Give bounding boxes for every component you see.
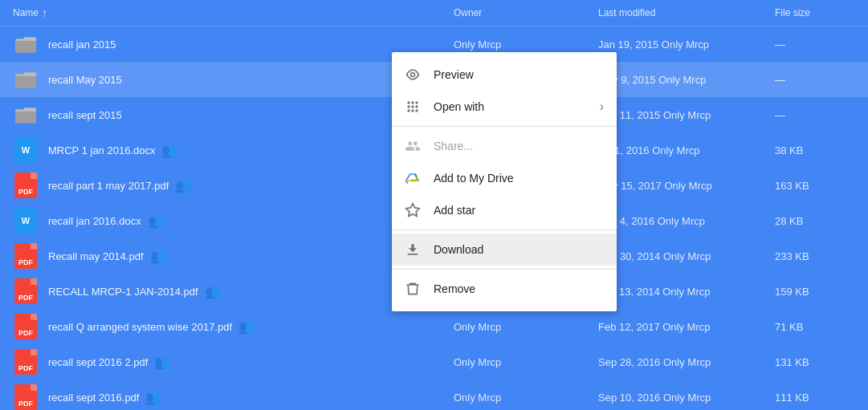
table-header: Name ↑ Owner Last modified File size — [0, 0, 868, 26]
file-size: 71 KB — [775, 321, 855, 333]
menu-item-add_star[interactable]: Add star — [392, 194, 617, 226]
header-size: File size — [775, 7, 855, 18]
svg-point-7 — [407, 105, 410, 108]
table-row[interactable]: PDF recall sept 2016 2.pdf 👥 Only Mrcp S… — [0, 344, 868, 380]
file-name: recall sept 2016.pdf 👥 — [48, 390, 454, 405]
file-name-text: recall sept 2016 2.pdf — [48, 356, 148, 368]
svg-point-4 — [407, 101, 410, 104]
file-name-text: recall sept 2015 — [48, 109, 122, 121]
svg-point-6 — [415, 101, 418, 104]
menu-item-label: Add star — [434, 204, 604, 217]
menu-item-label: Download — [434, 243, 604, 256]
file-owner: Only Mrcp — [454, 392, 598, 404]
menu-item-label: Preview — [434, 68, 604, 81]
table-row[interactable]: PDF recall sept 2016.pdf 👥 Only Mrcp Sep… — [0, 380, 868, 410]
menu-item-open_with[interactable]: Open with › — [392, 91, 617, 123]
context-menu: Preview Open with › Share... Add to My D… — [392, 52, 617, 311]
pdf-icon: PDF — [13, 278, 39, 304]
file-owner: Only Mrcp — [454, 321, 598, 333]
grid-icon — [405, 99, 421, 115]
menu-divider — [392, 229, 617, 230]
file-size: — — [775, 39, 855, 51]
menu-item-label: Open with — [434, 100, 587, 113]
folder-icon — [13, 67, 39, 92]
word-icon: W — [13, 137, 39, 163]
file-name-text: recall part 1 may 2017.pdf — [48, 180, 169, 192]
file-name-text: RECALL MRCP-1 JAN-2014.pdf — [48, 286, 198, 298]
svg-point-8 — [411, 105, 414, 108]
shared-icon: 👥 — [175, 178, 191, 193]
trash-icon — [405, 281, 421, 297]
svg-point-5 — [411, 101, 414, 104]
shared-icon: 👥 — [238, 319, 255, 335]
pdf-icon: PDF — [13, 384, 39, 410]
file-modified: Jan 19, 2015 Only Mrcp — [598, 39, 775, 51]
eye-icon — [405, 67, 421, 83]
file-size: 159 KB — [775, 286, 855, 298]
shared-icon: 👥 — [161, 143, 177, 158]
file-name-text: Recall may 2014.pdf — [48, 250, 144, 262]
file-size: 28 KB — [775, 215, 855, 227]
file-name: recall jan 2015 — [48, 39, 454, 51]
file-owner: Only Mrcp — [454, 39, 598, 51]
folder-icon — [13, 31, 39, 57]
file-size: 163 KB — [775, 180, 855, 192]
file-size: 38 KB — [775, 144, 855, 156]
menu-item-label: Remove — [434, 282, 604, 295]
svg-point-9 — [415, 105, 418, 108]
pdf-icon: PDF — [13, 173, 39, 198]
svg-point-3 — [411, 73, 415, 77]
pdf-icon: PDF — [13, 349, 39, 375]
file-modified: Sep 28, 2016 Only Mrcp — [598, 356, 775, 368]
file-modified: Sep 4, 2016 Only Mrcp — [598, 215, 775, 227]
pdf-icon: PDF — [13, 314, 39, 339]
file-size: 131 KB — [775, 356, 855, 368]
shared-icon: 👥 — [145, 390, 161, 405]
header-name-label: Name — [13, 7, 39, 18]
person-add-icon — [405, 138, 421, 154]
menu-divider — [392, 126, 617, 127]
menu-item-download[interactable]: Download — [392, 233, 617, 266]
menu-item-label: Add to My Drive — [434, 172, 604, 185]
file-modified: Sep 10, 2016 Only Mrcp — [598, 392, 775, 404]
menu-divider — [392, 269, 617, 270]
file-size: 111 KB — [775, 392, 855, 404]
menu-item-remove[interactable]: Remove — [392, 273, 617, 305]
shared-icon: 👥 — [154, 355, 170, 370]
file-name: recall sept 2016 2.pdf 👥 — [48, 355, 454, 370]
menu-item-share: Share... — [392, 130, 617, 162]
file-size: 233 KB — [775, 250, 855, 262]
word-icon: W — [13, 208, 39, 233]
shared-icon: 👥 — [148, 213, 164, 229]
file-modified: Aug 30, 2014 Only Mrcp — [598, 250, 775, 262]
file-modified: Jul 1, 2016 Only Mrcp — [598, 144, 775, 156]
drive-icon — [405, 170, 421, 186]
file-modified: Sep 11, 2015 Only Mrcp — [598, 109, 775, 121]
download-icon — [405, 242, 421, 258]
svg-rect-2 — [15, 110, 36, 124]
file-name-text: recall jan 2015 — [48, 39, 116, 51]
file-name-text: recall sept 2016.pdf — [48, 392, 139, 404]
file-modified: May 15, 2017 Only Mrcp — [598, 180, 775, 192]
svg-rect-13 — [407, 254, 418, 255]
header-name[interactable]: Name ↑ — [13, 6, 454, 19]
shared-icon: 👥 — [205, 284, 221, 299]
folder-icon — [13, 102, 39, 128]
menu-item-label: Share... — [434, 140, 604, 152]
file-name-text: recall May 2015 — [48, 74, 122, 86]
file-name: recall Q arranged system wise 2017.pdf 👥 — [48, 319, 454, 335]
svg-point-11 — [411, 109, 414, 112]
submenu-arrow-icon: › — [600, 99, 604, 114]
sort-arrow-icon: ↑ — [42, 6, 47, 19]
file-name-text: recall Q arranged system wise 2017.pdf — [48, 321, 232, 333]
file-modified: Feb 13, 2014 Only Mrcp — [598, 286, 775, 298]
svg-rect-0 — [15, 39, 36, 53]
pdf-icon: PDF — [13, 243, 39, 269]
menu-item-preview[interactable]: Preview — [392, 59, 617, 91]
table-row[interactable]: PDF recall Q arranged system wise 2017.p… — [0, 309, 868, 344]
menu-item-add_to_drive[interactable]: Add to My Drive — [392, 162, 617, 194]
shared-icon: 👥 — [150, 249, 166, 264]
star-icon — [405, 202, 421, 218]
file-owner: Only Mrcp — [454, 356, 598, 368]
svg-point-12 — [415, 109, 418, 112]
